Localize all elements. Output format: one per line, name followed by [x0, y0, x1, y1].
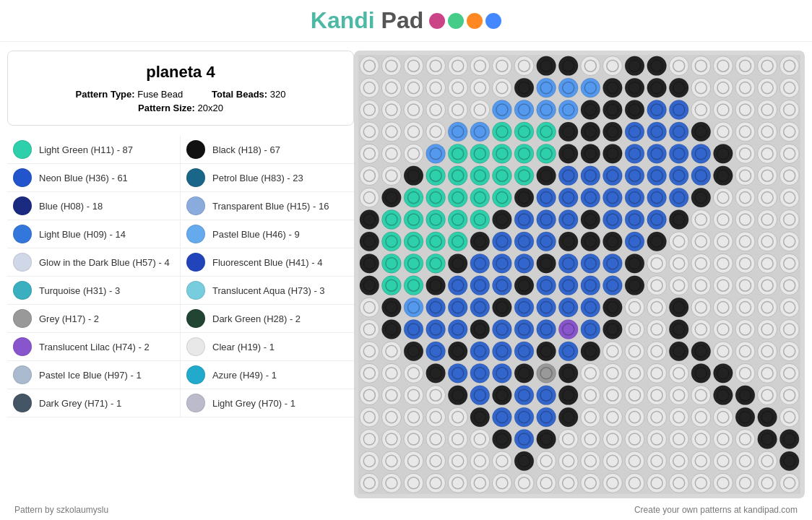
color-swatch — [13, 394, 32, 412]
meta-type: Pattern Type: Fuse Bead — [76, 89, 183, 100]
color-name: Transparent Blue (H15) - 16 — [212, 201, 329, 212]
color-legend: Light Green (H11) - 87Neon Blue (H36) - … — [7, 136, 354, 417]
color-name: Turquoise (H31) - 3 — [39, 285, 120, 296]
header: Kandi Pad — [0, 0, 812, 42]
color-name: Petrol Blue (H83) - 23 — [212, 173, 303, 183]
logo-pad: Pad — [375, 7, 424, 33]
color-row: Dark Green (H28) - 2 — [181, 305, 354, 333]
color-name: Black (H18) - 67 — [212, 144, 280, 155]
color-row: Black (H18) - 67 — [181, 136, 354, 164]
color-name: Glow in the Dark Blue (H57) - 4 — [39, 257, 170, 268]
color-row: Translucent Lilac (H74) - 2 — [7, 333, 180, 361]
logo: Kandi Pad — [311, 7, 501, 34]
bead-canvas — [358, 55, 800, 494]
pattern-info-box: planeta 4 Pattern Type: Fuse Bead Total … — [7, 51, 354, 126]
logo-icons — [429, 13, 501, 29]
meta-beads: Total Beads: 320 — [212, 89, 285, 100]
color-row: Light Green (H11) - 87 — [7, 136, 180, 164]
color-row: Blue (H08) - 18 — [7, 192, 180, 220]
color-swatch — [186, 337, 205, 356]
color-name: Fluorescent Blue (H41) - 4 — [212, 257, 322, 268]
color-name: Dark Grey (H71) - 1 — [39, 398, 121, 409]
color-name: Clear (H19) - 1 — [212, 342, 275, 352]
color-row: Transparent Blue (H15) - 16 — [181, 192, 354, 220]
color-name: Light Green (H11) - 87 — [39, 144, 133, 155]
color-name: Pastel Blue (H46) - 9 — [212, 229, 300, 240]
color-row: Neon Blue (H36) - 61 — [7, 164, 180, 192]
color-name: Grey (H17) - 2 — [39, 313, 99, 324]
color-row: Dark Grey (H71) - 1 — [7, 389, 180, 417]
color-name: Light Grey (H70) - 1 — [212, 398, 295, 409]
color-swatch — [13, 309, 32, 328]
logo-kandi: Kandi — [311, 7, 375, 33]
color-swatch — [186, 196, 205, 215]
color-row: Turquoise (H31) - 3 — [7, 277, 180, 305]
color-swatch — [186, 281, 205, 300]
color-swatch — [186, 253, 205, 272]
color-swatch — [13, 168, 32, 187]
color-swatch — [186, 225, 205, 243]
pattern-meta: Pattern Type: Fuse Bead Total Beads: 320 — [25, 89, 336, 100]
bead-panel — [354, 51, 805, 498]
color-row: Petrol Blue (H83) - 23 — [181, 164, 354, 192]
logo-icon-3 — [467, 13, 483, 29]
color-swatch — [186, 140, 205, 159]
footer: Pattern by szkolaumyslu Create your own … — [0, 500, 812, 520]
color-swatch — [13, 281, 32, 300]
color-row: Translucent Aqua (H73) - 3 — [181, 277, 354, 305]
color-swatch — [13, 253, 32, 272]
color-row: Fluorescent Blue (H41) - 4 — [181, 248, 354, 277]
color-name: Pastel Ice Blue (H97) - 1 — [39, 370, 142, 381]
color-name: Translucent Lilac (H74) - 2 — [39, 342, 150, 352]
footer-cta: Create your own patterns at kandipad.com — [634, 505, 798, 515]
color-swatch — [186, 168, 205, 187]
color-name: Dark Green (H28) - 2 — [212, 313, 301, 324]
logo-icon-1 — [429, 13, 445, 29]
color-name: Blue (H08) - 18 — [39, 201, 103, 212]
color-swatch — [13, 337, 32, 356]
color-name: Translucent Aqua (H73) - 3 — [212, 285, 325, 296]
color-row: Clear (H19) - 1 — [181, 333, 354, 361]
color-row: Azure (H49) - 1 — [181, 361, 354, 389]
footer-credit: Pattern by szkolaumyslu — [14, 505, 108, 515]
color-name: Neon Blue (H36) - 61 — [39, 173, 128, 183]
color-row: Pastel Ice Blue (H97) - 1 — [7, 361, 180, 389]
color-swatch — [13, 365, 32, 384]
color-swatch — [13, 140, 32, 159]
pattern-meta-size: Pattern Size: 20x20 — [25, 103, 336, 113]
color-swatch — [186, 365, 205, 384]
color-swatch — [13, 196, 32, 215]
color-name: Azure (H49) - 1 — [212, 370, 277, 381]
color-row: Grey (H17) - 2 — [7, 305, 180, 333]
logo-text: Kandi Pad — [311, 7, 423, 34]
pattern-title: planeta 4 — [25, 63, 336, 82]
color-swatch — [186, 309, 205, 328]
color-swatch — [186, 394, 205, 412]
color-row: Light Blue (H09) - 14 — [7, 220, 180, 248]
left-panel: planeta 4 Pattern Type: Fuse Bead Total … — [7, 51, 354, 498]
color-swatch — [13, 225, 32, 243]
logo-icon-2 — [448, 13, 464, 29]
color-name: Light Blue (H09) - 14 — [39, 229, 126, 240]
color-row: Glow in the Dark Blue (H57) - 4 — [7, 248, 180, 277]
color-row: Light Grey (H70) - 1 — [181, 389, 354, 417]
logo-icon-4 — [485, 13, 501, 29]
color-row: Pastel Blue (H46) - 9 — [181, 220, 354, 248]
meta-size: Pattern Size: 20x20 — [138, 103, 223, 113]
